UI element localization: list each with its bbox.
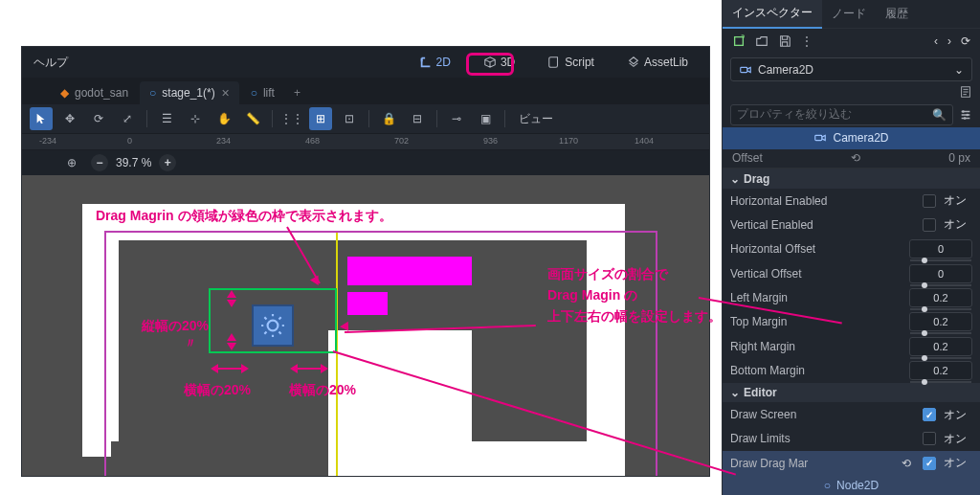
- canvas-toolbar: ✥ ⟳ ⤢ ☰ ⊹ ✋ 📏 ⋮⋮ ⊞ ⊡ 🔒 ⊟ ⊸ ▣ ビュー: [22, 104, 709, 133]
- camera2d-icon: [739, 63, 752, 77]
- svg-point-0: [268, 321, 278, 331]
- close-icon[interactable]: ✕: [221, 87, 230, 100]
- load-resource-icon[interactable]: [755, 34, 768, 48]
- tab-inspector[interactable]: インスペクター: [723, 0, 822, 29]
- add-scene-button[interactable]: +: [286, 81, 308, 104]
- checkbox-draw-drag-margin[interactable]: [923, 457, 936, 470]
- ruler-horizontal: -234 0 234 468 702 936 1170 1404: [22, 133, 709, 150]
- zoom-center[interactable]: ⊕: [60, 151, 83, 174]
- svg-point-6: [964, 117, 967, 120]
- scene-tab-stage-1[interactable]: ○ stage_1(*) ✕: [140, 81, 239, 104]
- num-bottom-margin[interactable]: 0.2: [909, 361, 972, 380]
- mode-script-tab[interactable]: Script: [538, 53, 604, 72]
- anno-drag-margin-area: Drag Magrin の領域が緑色の枠で表示されます。: [96, 208, 392, 225]
- svg-rect-2: [741, 67, 747, 72]
- list-tool[interactable]: ☰: [155, 107, 178, 130]
- anno-ratio-3: 上下左右の幅を設定します。: [547, 308, 722, 326]
- group-tool[interactable]: ⊟: [406, 107, 429, 130]
- camera2d-icon: [813, 131, 827, 145]
- prop-left-margin: Left Margin 0.2: [723, 285, 980, 309]
- chevron-down-icon: ⌄: [730, 386, 740, 399]
- skeleton-tool[interactable]: ⊸: [445, 107, 468, 130]
- num-left-margin[interactable]: 0.2: [909, 288, 972, 307]
- node-select-label: Camera2D: [758, 63, 813, 77]
- docs-icon[interactable]: [959, 85, 972, 99]
- scale-tool[interactable]: ⤢: [116, 107, 139, 130]
- class-header-label: Node2D: [836, 479, 879, 492]
- zoom-in-button[interactable]: +: [159, 154, 176, 171]
- rotate-tool[interactable]: ⟳: [87, 107, 110, 130]
- 2d-icon: [419, 56, 433, 69]
- num-top-margin[interactable]: 0.2: [909, 312, 972, 331]
- 3d-icon: [483, 56, 497, 69]
- section-drag[interactable]: ⌄ Drag: [723, 169, 980, 189]
- tab-history[interactable]: 履歴: [876, 0, 918, 28]
- revert-icon[interactable]: ⟲: [851, 151, 860, 165]
- ruler-tool[interactable]: 📏: [241, 107, 264, 130]
- script-icon: [547, 56, 561, 69]
- lock-tool[interactable]: 🔒: [377, 107, 400, 130]
- prop-horizontal-offset: Horizontal Offset 0: [723, 237, 980, 261]
- smart-snap-toggle[interactable]: ⊡: [338, 107, 361, 130]
- search-icon: 🔍: [932, 108, 947, 122]
- checkbox-horizontal-enabled[interactable]: [923, 194, 936, 208]
- node2d-icon: ○: [824, 479, 831, 492]
- history-forward-icon[interactable]: ›: [947, 34, 951, 48]
- view-menu[interactable]: ビュー: [519, 111, 553, 127]
- prop-draw-drag-margin: Draw Drag Mar ⟲ オン: [723, 451, 980, 475]
- property-filter-input[interactable]: プロパティを絞り込む 🔍: [730, 104, 953, 125]
- svg-point-4: [962, 110, 965, 113]
- move-tool[interactable]: ✥: [58, 107, 81, 130]
- revert-icon[interactable]: ⟲: [902, 457, 915, 470]
- node-select-dropdown[interactable]: Camera2D ⌄: [730, 57, 972, 81]
- svg-rect-1: [735, 37, 744, 46]
- svg-rect-7: [815, 136, 822, 141]
- section-editor[interactable]: ⌄ Editor: [723, 383, 980, 403]
- save-icon[interactable]: [778, 34, 791, 48]
- history-back-icon[interactable]: ‹: [934, 34, 938, 48]
- class-header-node2d[interactable]: ○ Node2D: [723, 475, 980, 495]
- mode-script-label: Script: [565, 56, 594, 69]
- class-header-camera2d[interactable]: Camera2D: [723, 127, 980, 149]
- mode-2d-tab[interactable]: 2D: [410, 53, 460, 72]
- prop-vertical-enabled: Vertical Enabled オン: [723, 213, 980, 236]
- grid-snap-toggle[interactable]: ⊞: [309, 107, 332, 130]
- offset-label: Offset: [732, 151, 763, 165]
- pan-tool[interactable]: ✋: [212, 107, 235, 130]
- prop-top-margin: Top Margin 0.2: [723, 310, 980, 334]
- num-horizontal-offset[interactable]: 0: [909, 239, 972, 259]
- sprite-icon: ◆: [60, 86, 69, 100]
- num-vertical-offset[interactable]: 0: [909, 264, 972, 283]
- checkbox-draw-limits[interactable]: [923, 432, 936, 445]
- camera2d-node-icon[interactable]: [252, 304, 294, 347]
- num-right-margin[interactable]: 0.2: [909, 337, 972, 356]
- prop-draw-screen: Draw Screen オン: [723, 402, 980, 426]
- zoom-percent[interactable]: 39.7 %: [116, 156, 151, 169]
- checkbox-vertical-enabled[interactable]: [923, 218, 936, 232]
- filter-placeholder: プロパティを絞り込む: [737, 106, 852, 123]
- prop-vertical-offset: Vertical Offset 0: [723, 261, 980, 285]
- filter-options-icon[interactable]: [959, 108, 972, 122]
- offset-value[interactable]: 0 px: [948, 151, 970, 165]
- anno-ratio-1: 画面サイズの割合で: [547, 266, 668, 283]
- checkbox-draw-screen[interactable]: [923, 408, 936, 421]
- override-camera[interactable]: ▣: [474, 107, 497, 130]
- class-header-label: Camera2D: [833, 131, 888, 145]
- pivot-tool[interactable]: ⊹: [184, 107, 207, 130]
- scene-tab-label: stage_1(*): [162, 86, 214, 100]
- help-menu[interactable]: ヘルプ: [33, 55, 68, 71]
- snap-options[interactable]: ⋮⋮: [280, 107, 303, 130]
- extra-menu-icon[interactable]: ⋮: [801, 34, 813, 48]
- new-resource-icon[interactable]: [732, 34, 746, 48]
- tab-node[interactable]: ノード: [822, 0, 876, 28]
- node2d-icon: ○: [149, 86, 156, 100]
- zoom-out-button[interactable]: −: [91, 154, 108, 171]
- scene-tab-lift[interactable]: ○ lift: [241, 81, 284, 104]
- scene-tab-label: godot_san: [75, 86, 128, 100]
- mode-assetlib-tab[interactable]: AssetLib: [617, 53, 698, 72]
- history-refresh-icon[interactable]: ⟳: [961, 34, 970, 48]
- select-tool[interactable]: [30, 107, 53, 130]
- assetlib-icon: [627, 56, 640, 69]
- scene-tab-godot-san[interactable]: ◆ godot_san: [51, 81, 138, 104]
- mode-3d-tab[interactable]: 3D: [474, 53, 524, 72]
